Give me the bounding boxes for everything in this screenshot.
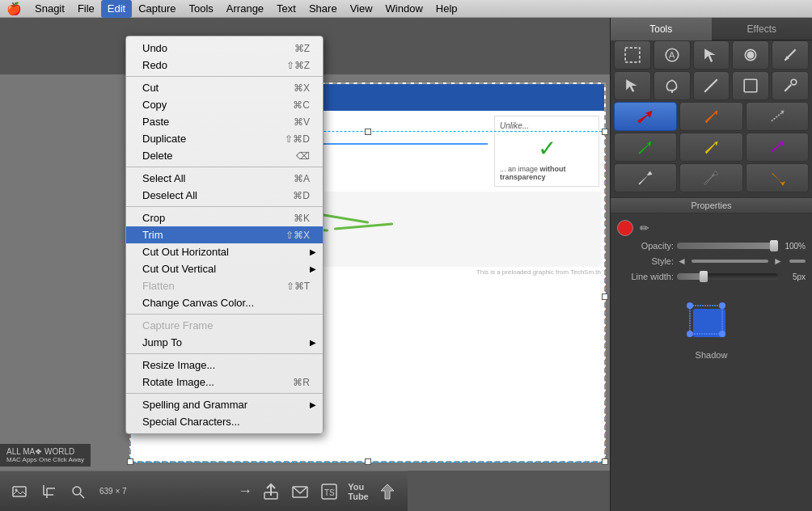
tools-row-1: A xyxy=(611,40,812,71)
shadow-section: Shadow xyxy=(611,293,812,366)
tool-cursor[interactable] xyxy=(614,71,651,100)
svg-line-3 xyxy=(336,224,392,229)
tool-arrow-green[interactable] xyxy=(614,133,677,162)
arrange-menu[interactable]: Arrange xyxy=(220,0,270,18)
toolbar-youtube-btn[interactable]: YouTube xyxy=(346,479,370,504)
menu-capture-frame: Capture Frame xyxy=(126,317,323,334)
menu-paste[interactable]: Paste ⌘V xyxy=(126,113,323,130)
tool-arrow-dark[interactable] xyxy=(679,163,742,192)
tool-arrow-red[interactable] xyxy=(614,102,677,131)
opacity-slider[interactable] xyxy=(677,243,778,249)
tool-arrow-orange-ne[interactable] xyxy=(679,102,742,131)
menu-deselect-all[interactable]: Deselect All ⌘D xyxy=(126,187,323,204)
opacity-thumb[interactable] xyxy=(770,240,778,251)
share-menu[interactable]: Share xyxy=(302,0,344,18)
menu-select-all[interactable]: Select All ⌘A xyxy=(126,170,323,187)
svg-line-28 xyxy=(705,79,718,92)
menu-canvas-color[interactable]: Change Canvas Color... xyxy=(126,294,323,311)
menu-special-chars[interactable]: Special Characters... xyxy=(126,413,323,430)
tool-eyedropper[interactable] xyxy=(772,71,809,100)
tools-row-3 xyxy=(611,102,812,133)
toolbar-zoom-btn[interactable] xyxy=(66,480,89,503)
separator-2 xyxy=(126,167,323,167)
line-width-thumb[interactable] xyxy=(700,271,708,282)
menu-trim[interactable]: Trim ⇧⌘X xyxy=(126,226,323,243)
svg-line-31 xyxy=(785,85,791,91)
canvas-size: 639 × 7 xyxy=(99,487,127,496)
toolbar-image-btn[interactable] xyxy=(8,480,31,503)
opacity-label: Opacity: xyxy=(617,241,674,251)
menu-delete[interactable]: Delete ⌫ xyxy=(126,147,323,164)
menubar: 🍎 Snagit File Edit Capture Tools Arrange… xyxy=(0,0,812,18)
tool-arrow-dotted[interactable] xyxy=(746,102,809,131)
svg-line-1 xyxy=(319,214,368,222)
svg-text:TS: TS xyxy=(324,488,335,497)
svg-rect-4 xyxy=(13,487,26,496)
menu-redo[interactable]: Redo ⇧⌘Z xyxy=(126,57,323,74)
capture-menu[interactable]: Capture xyxy=(132,0,182,18)
menu-resize[interactable]: Resize Image... xyxy=(126,357,323,374)
window-menu[interactable]: Window xyxy=(379,0,429,18)
opacity-row: Opacity: 100% xyxy=(617,241,806,251)
menu-cut-vertical[interactable]: Cut Out Vertical xyxy=(126,260,323,277)
style-right-arrow[interactable]: ► xyxy=(773,256,783,267)
tool-arrow-yellow[interactable] xyxy=(679,133,742,162)
view-menu[interactable]: View xyxy=(344,0,379,18)
svg-rect-29 xyxy=(745,79,758,92)
svg-marker-32 xyxy=(637,111,653,124)
toolbar-share-btn[interactable] xyxy=(259,479,283,504)
svg-point-10 xyxy=(73,487,81,495)
tool-fill[interactable] xyxy=(653,71,691,100)
svg-marker-17 xyxy=(381,484,394,499)
menu-jump-to[interactable]: Jump To xyxy=(126,334,323,351)
file-menu[interactable]: File xyxy=(71,0,101,18)
tab-effects[interactable]: Effects xyxy=(712,18,813,40)
toolbar-upload-btn[interactable] xyxy=(375,479,400,504)
text-menu[interactable]: Text xyxy=(270,0,302,18)
menu-rotate[interactable]: Rotate Image... ⌘R xyxy=(126,374,323,391)
tool-arrow-select[interactable] xyxy=(693,40,730,70)
color-picker[interactable] xyxy=(617,220,633,236)
svg-point-47 xyxy=(719,302,725,309)
tool-stamp[interactable] xyxy=(732,40,769,70)
snagit-menu[interactable]: Snagit xyxy=(28,0,71,18)
menu-duplicate[interactable]: Duplicate ⇧⌘D xyxy=(126,130,323,147)
toolbar-techsmith-btn[interactable]: TS xyxy=(317,479,341,504)
svg-marker-21 xyxy=(705,49,716,62)
svg-marker-37 xyxy=(705,141,718,154)
menu-cut-horizontal[interactable]: Cut Out Horizontal xyxy=(126,243,323,260)
tool-line[interactable] xyxy=(693,71,730,100)
menu-spelling[interactable]: Spelling and Grammar xyxy=(126,396,323,413)
tool-arrow-orange-down[interactable] xyxy=(746,163,809,192)
tool-selection[interactable] xyxy=(614,40,651,70)
line-width-slider[interactable] xyxy=(677,273,778,280)
pen-icon[interactable]: ✏ xyxy=(640,222,649,234)
tool-pen[interactable] xyxy=(772,40,809,70)
svg-rect-23 xyxy=(747,52,755,59)
svg-marker-40 xyxy=(639,171,653,184)
edit-menu[interactable]: Edit xyxy=(101,0,132,18)
tab-tools[interactable]: Tools xyxy=(611,18,712,40)
watermark-line1: ALL MA❖ WORLD xyxy=(6,447,84,456)
menu-undo[interactable]: Undo ⌘Z xyxy=(126,40,323,57)
toolbar-arrow-right[interactable]: → xyxy=(238,483,252,500)
menu-copy[interactable]: Copy ⌘C xyxy=(126,96,323,113)
right-panel: Tools Effects A xyxy=(610,18,812,511)
menu-cut[interactable]: Cut ⌘X xyxy=(126,79,323,96)
tool-text[interactable]: A xyxy=(653,40,691,70)
help-menu[interactable]: Help xyxy=(429,0,464,18)
svg-text:A: A xyxy=(669,50,675,60)
tool-arrow-purple[interactable] xyxy=(746,133,809,162)
tool-rect-outline[interactable] xyxy=(732,71,769,100)
toolbar-email-btn[interactable] xyxy=(288,479,312,504)
tools-menu[interactable]: Tools xyxy=(182,0,219,18)
style-label: Style: xyxy=(617,256,674,266)
style-left-arrow[interactable]: ◄ xyxy=(677,256,687,267)
toolbar-crop-btn[interactable] xyxy=(37,480,60,503)
tool-arrow-white[interactable] xyxy=(614,163,677,192)
svg-point-48 xyxy=(687,331,693,337)
style-line xyxy=(691,260,768,263)
menu-crop[interactable]: Crop ⌘K xyxy=(126,209,323,226)
apple-menu[interactable]: 🍎 xyxy=(0,0,28,18)
svg-rect-18 xyxy=(625,48,640,62)
